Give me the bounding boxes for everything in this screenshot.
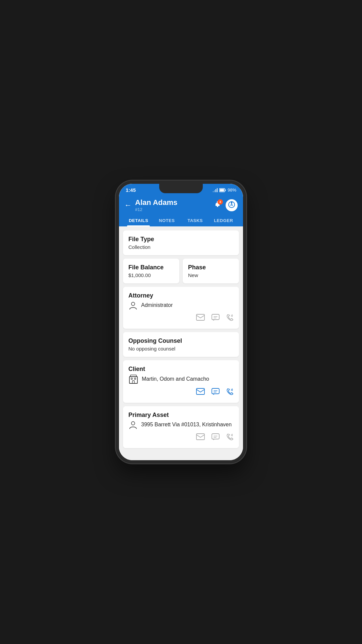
asset-email-icon[interactable] — [196, 433, 205, 443]
tab-tasks[interactable]: TASKS — [181, 214, 209, 226]
case-title: Alan Adams — [135, 198, 177, 207]
asset-address: 3995 Barrett Via #01013, Kristinhaven — [141, 422, 232, 428]
asset-contact-actions — [128, 433, 234, 443]
case-number: #12 — [135, 207, 177, 212]
svg-point-11 — [131, 302, 135, 306]
back-button[interactable]: ← — [124, 201, 132, 210]
svg-marker-2 — [214, 190, 215, 192]
svg-rect-6 — [225, 190, 226, 191]
file-type-card: File Type Collection — [123, 230, 239, 255]
svg-rect-16 — [131, 378, 132, 379]
header-left: ← Alan Adams #12 — [124, 198, 177, 212]
attorney-name: Administrator — [141, 302, 173, 308]
client-phone-icon[interactable] — [226, 388, 234, 397]
svg-marker-1 — [216, 189, 216, 192]
user-avatar[interactable]: A — [226, 199, 238, 211]
attorney-phone-icon[interactable] — [226, 314, 234, 323]
battery-icon — [219, 188, 226, 192]
asset-phone-icon[interactable] — [226, 433, 234, 443]
client-building-icon — [128, 374, 138, 384]
svg-rect-18 — [132, 381, 134, 383]
phone-notch — [159, 184, 203, 193]
client-name: Martin, Odom and Camacho — [142, 376, 209, 382]
asset-person-icon — [128, 420, 138, 429]
client-contact-actions — [128, 388, 234, 397]
file-balance-label: File Balance — [128, 264, 174, 271]
file-type-value: Collection — [128, 244, 234, 250]
opposing-counsel-card: Opposing Counsel No opposing counsel — [123, 332, 239, 357]
svg-rect-20 — [212, 388, 219, 394]
opposing-counsel-value: No opposing counsel — [128, 346, 234, 352]
notification-wrapper[interactable]: 3 — [214, 201, 222, 210]
svg-rect-17 — [134, 378, 136, 379]
svg-marker-3 — [213, 191, 214, 192]
attorney-email-icon[interactable] — [196, 314, 205, 323]
phase-label: Phase — [188, 264, 234, 271]
header-right: 3 A — [214, 199, 238, 211]
svg-marker-0 — [217, 188, 218, 192]
client-person: Martin, Odom and Camacho — [128, 374, 234, 384]
status-icons: 98% — [213, 187, 236, 193]
client-email-icon[interactable] — [196, 388, 205, 397]
svg-point-21 — [131, 422, 135, 425]
phone-screen: 1:45 98% ← — [119, 184, 243, 460]
attorney-message-icon[interactable] — [212, 314, 220, 323]
avatar-letter: A — [228, 201, 235, 210]
svg-rect-22 — [196, 434, 204, 440]
phase-card: Phase New — [183, 259, 239, 283]
primary-asset-card: Primary Asset 3995 Barrett Via #01013, K… — [123, 406, 239, 448]
content-area: File Type Collection File Balance $1,000… — [119, 226, 243, 460]
svg-rect-5 — [220, 189, 224, 191]
svg-rect-23 — [212, 434, 219, 439]
header: ← Alan Adams #12 3 — [119, 195, 243, 226]
svg-rect-12 — [196, 314, 204, 320]
attorney-card: Attorney Administrator — [123, 287, 239, 329]
svg-rect-13 — [212, 314, 219, 320]
header-title-group: Alan Adams #12 — [135, 198, 177, 212]
signal-icon — [213, 188, 218, 193]
tab-ledger[interactable]: LEDGER — [209, 214, 238, 226]
svg-rect-8 — [217, 206, 218, 207]
file-balance-value: $1,000.00 — [128, 272, 174, 278]
asset-person: 3995 Barrett Via #01013, Kristinhaven — [128, 420, 234, 429]
file-balance-card: File Balance $1,000.00 — [123, 259, 179, 283]
attorney-person-icon — [128, 301, 138, 310]
attorney-person: Administrator — [128, 301, 234, 310]
svg-rect-19 — [196, 388, 204, 394]
svg-text:A: A — [230, 203, 233, 207]
attorney-contact-actions — [128, 314, 234, 323]
svg-rect-14 — [129, 377, 137, 383]
asset-message-icon[interactable] — [212, 433, 220, 443]
client-label: Client — [128, 366, 234, 373]
status-time: 1:45 — [126, 187, 136, 193]
opposing-counsel-label: Opposing Counsel — [128, 337, 234, 344]
client-message-icon[interactable] — [212, 388, 220, 397]
phone-frame: 1:45 98% ← — [116, 180, 246, 464]
svg-rect-15 — [130, 375, 136, 377]
tab-details[interactable]: DETAILS — [124, 214, 153, 226]
primary-asset-label: Primary Asset — [128, 412, 234, 419]
client-card: Client Martin, Odom and Camacho — [123, 360, 239, 403]
nav-tabs: DETAILS NOTES TASKS LEDGER — [124, 214, 238, 226]
notification-badge: 3 — [218, 199, 223, 205]
battery-percent: 98% — [228, 187, 236, 193]
balance-phase-row: File Balance $1,000.00 Phase New — [123, 259, 239, 283]
file-type-label: File Type — [128, 236, 234, 243]
phase-value: New — [188, 272, 234, 278]
tab-notes[interactable]: NOTES — [153, 214, 181, 226]
attorney-label: Attorney — [128, 292, 234, 299]
